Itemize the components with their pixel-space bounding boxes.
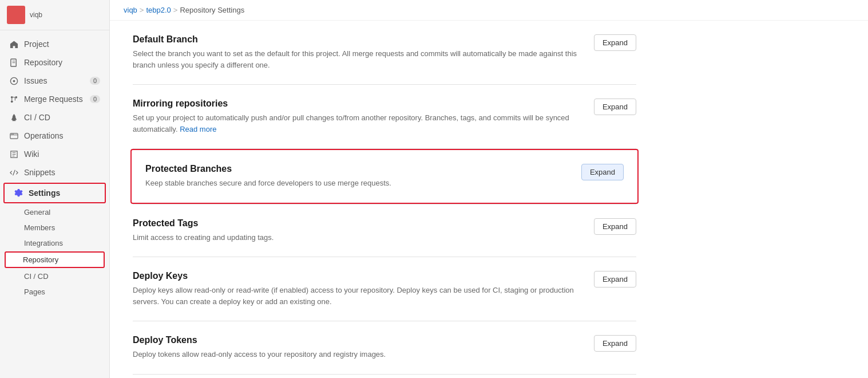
- breadcrumb-current: Repository Settings: [180, 6, 244, 14]
- svg-point-6: [10, 100, 13, 103]
- sidebar-item-label: Merge Requests: [24, 94, 83, 104]
- section-info: Deploy Keys Deploy keys allow read-only …: [133, 271, 580, 307]
- svg-point-11: [13, 133, 14, 135]
- section-protected-tags: Protected Tags Limit access to creating …: [133, 204, 636, 258]
- settings-subnav: General Members Integrations Repository …: [0, 204, 109, 300]
- sidebar-item-label: Issues: [24, 76, 47, 85]
- section-default-branch: Default Branch Select the branch you wan…: [133, 34, 636, 85]
- sidebar-item-label: Project: [24, 40, 49, 49]
- section-deploy-keys: Deploy Keys Deploy keys allow read-only …: [133, 257, 636, 321]
- avatar: [7, 6, 25, 24]
- section-title: Deploy Keys: [133, 271, 580, 281]
- section-title: Mirroring repositories: [133, 99, 580, 109]
- ops-icon: [9, 131, 18, 140]
- section-info: Protected Tags Limit access to creating …: [133, 218, 580, 243]
- expand-button-mirroring[interactable]: Expand: [594, 99, 636, 115]
- subnav-item-members[interactable]: Members: [0, 220, 109, 235]
- svg-rect-8: [10, 133, 17, 138]
- expand-button-default-branch[interactable]: Expand: [594, 34, 636, 51]
- expand-button-deploy-keys[interactable]: Expand: [594, 271, 636, 288]
- section-info: Default Branch Select the branch you wan…: [133, 34, 580, 70]
- sidebar-item-label: Settings: [29, 188, 60, 198]
- section-info: Mirroring repositories Set up your proje…: [133, 99, 580, 135]
- svg-point-5: [10, 96, 13, 98]
- mr-badge: 0: [90, 95, 100, 103]
- expand-button-deploy-tokens[interactable]: Expand: [594, 335, 636, 352]
- sidebar-nav: Project Repository Issues 0 Merge Reques…: [0, 30, 109, 304]
- sidebar: viqb Project Repository Issues 0: [0, 0, 110, 378]
- sidebar-item-ci-cd[interactable]: CI / CD: [0, 108, 109, 127]
- section-protected-branches-wrapper: Protected Branches Keep stable branches …: [133, 149, 636, 204]
- home-icon: [9, 40, 18, 49]
- sidebar-item-project[interactable]: Project: [0, 35, 109, 53]
- section-desc: Keep stable branches secure and force de…: [145, 178, 568, 189]
- breadcrumb-link-tebp[interactable]: tebp2.0: [146, 6, 171, 14]
- merge-icon: [9, 94, 18, 104]
- subnav-item-repository[interactable]: Repository: [5, 251, 105, 268]
- section-title: Protected Branches: [145, 164, 568, 174]
- sidebar-item-label: Wiki: [24, 149, 39, 159]
- sidebar-item-label: CI / CD: [24, 113, 50, 122]
- breadcrumb-sep-1: >: [140, 6, 144, 14]
- gear-icon: [14, 188, 23, 198]
- subnav-item-pages[interactable]: Pages: [0, 284, 109, 300]
- breadcrumb-sep-2: >: [173, 6, 178, 14]
- sidebar-item-issues[interactable]: Issues 0: [0, 72, 109, 90]
- book-icon: [9, 58, 18, 67]
- settings-content: Default Branch Select the branch you wan…: [110, 21, 659, 378]
- section-desc: Set up your project to automatically pus…: [133, 112, 580, 135]
- issues-badge: 0: [90, 77, 100, 85]
- expand-button-protected-tags[interactable]: Expand: [594, 218, 636, 235]
- section-title: Protected Tags: [133, 218, 580, 229]
- section-desc: Deploy keys allow read-only or read-writ…: [133, 285, 580, 307]
- section-deploy-tokens: Deploy Tokens Deploy tokens allow read-o…: [133, 321, 636, 375]
- expand-button-protected-branches[interactable]: Expand: [581, 164, 624, 180]
- sidebar-item-snippets[interactable]: Snippets: [0, 163, 109, 182]
- sidebar-item-label: Repository: [24, 58, 62, 67]
- snippet-icon: [9, 168, 18, 177]
- section-mirroring: Mirroring repositories Set up your proje…: [133, 85, 636, 149]
- section-title: Deploy Tokens: [133, 335, 580, 345]
- breadcrumb: viqb > tebp2.0 > Repository Settings: [110, 0, 868, 21]
- section-title: Default Branch: [133, 34, 580, 45]
- section-protected-branches: Protected Branches Keep stable branches …: [130, 149, 639, 204]
- subnav-item-integrations[interactable]: Integrations: [0, 235, 109, 251]
- read-more-link[interactable]: Read more: [180, 125, 216, 133]
- sidebar-item-wiki[interactable]: Wiki: [0, 145, 109, 163]
- subnav-item-ci-cd[interactable]: CI / CD: [0, 269, 109, 284]
- sidebar-item-operations[interactable]: Operations: [0, 127, 109, 145]
- sidebar-item-settings[interactable]: Settings: [3, 183, 106, 203]
- sidebar-item-label: Snippets: [24, 168, 55, 177]
- section-info: Deploy Tokens Deploy tokens allow read-o…: [133, 335, 580, 360]
- svg-point-10: [11, 133, 13, 135]
- sidebar-item-label: Operations: [24, 131, 63, 140]
- svg-point-7: [15, 96, 17, 98]
- svg-point-4: [13, 80, 15, 82]
- subnav-item-general[interactable]: General: [0, 204, 109, 220]
- issue-icon: [9, 76, 18, 85]
- svg-line-15: [13, 170, 15, 175]
- wiki-icon: [9, 149, 18, 159]
- section-desc: Deploy tokens allow read-only access to …: [133, 349, 580, 360]
- section-desc: Limit access to creating and updating ta…: [133, 232, 580, 243]
- section-desc: Select the branch you want to set as the…: [133, 48, 580, 70]
- avatar-label: viqb: [30, 11, 42, 19]
- section-info: Protected Branches Keep stable branches …: [145, 164, 568, 189]
- breadcrumb-link-viqb[interactable]: viqb: [124, 6, 137, 14]
- main-content: viqb > tebp2.0 > Repository Settings Def…: [110, 0, 868, 378]
- sidebar-item-repository[interactable]: Repository: [0, 53, 109, 72]
- rocket-icon: [9, 113, 18, 122]
- sidebar-item-merge-requests[interactable]: Merge Requests 0: [0, 90, 109, 108]
- sidebar-header: viqb: [0, 0, 109, 30]
